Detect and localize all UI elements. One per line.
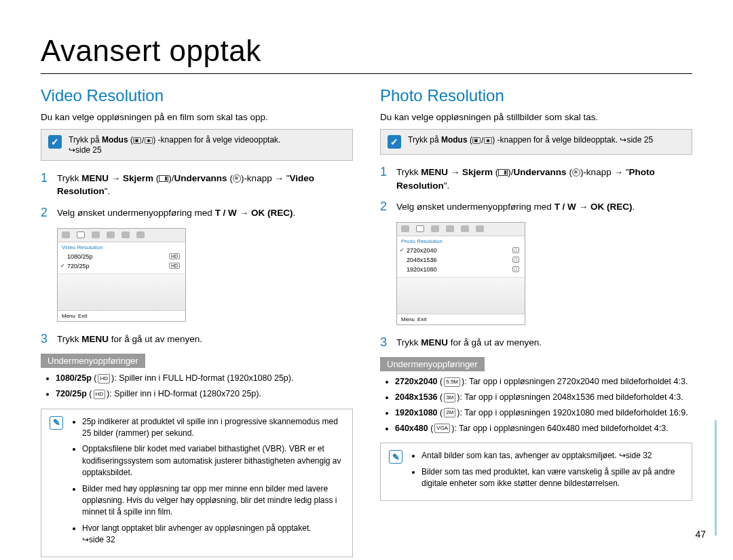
manual-page: Avansert opptak Video Resolution Du kan …	[0, 0, 733, 560]
tab-icon	[476, 225, 484, 232]
tab-icon	[461, 225, 469, 232]
video-step-2: 2 Velg ønsket undermenyoppføring med T /…	[41, 206, 353, 220]
photo-tip-box: ✓ Trykk på Modus (▣/◉) -knappen for å ve…	[380, 129, 692, 155]
photo-notes-box: ✎ Antall bilder som kan tas, avhenger av…	[380, 443, 692, 501]
tab-icon	[446, 225, 454, 232]
video-step-3: 3 Trykk MENU for å gå ut av menyen.	[41, 333, 353, 346]
step-number-2: 2	[41, 206, 50, 220]
mode-icons: ▣/◉	[472, 136, 492, 145]
list-item: 1920x1080 (2M): Tar opp i oppløsningen 1…	[395, 407, 692, 419]
video-resolution-heading: Video Resolution	[41, 86, 353, 105]
underwater-icon: ≋	[233, 174, 241, 183]
left-column: Video Resolution Du kan velge oppløsning…	[41, 86, 353, 557]
video-tip-box: ✓ Trykk på Modus (▣/◉) -knappen for å ve…	[41, 129, 353, 161]
step-number-3: 3	[41, 333, 50, 346]
list-item: 2720x2040□	[397, 246, 525, 255]
list-item: 1080/25pHD	[58, 252, 185, 261]
photo-submenu-list: 2720x2040 (5.5M): Tar opp i oppløsningen…	[380, 375, 692, 434]
two-column-layout: Video Resolution Du kan velge oppløsning…	[41, 86, 692, 557]
step-number-2: 2	[380, 200, 390, 214]
screenshot-title: Video Resolution	[58, 242, 185, 252]
photo-step-1: 1 Trykk MENU → Skjerm ()/Undervanns (≋)-…	[380, 166, 692, 192]
step-number-1: 1	[380, 166, 390, 192]
tab-icon	[121, 231, 130, 238]
video-submenu-list: 1080/25p (HD): Spiller inn i FULL HD-for…	[41, 372, 353, 400]
video-notes-list: 25p indikerer at produktet vil spille in…	[70, 416, 344, 550]
list-item: Hvor langt opptaket blir avhenger av opp…	[82, 523, 344, 546]
tab-icon	[431, 225, 439, 232]
hd-badge-icon: HD	[169, 253, 180, 259]
page-number: 47	[695, 529, 706, 540]
photo-step-3: 3 Trykk MENU for å gå ut av menyen.	[380, 336, 692, 350]
video-mode-icon: ▣	[472, 137, 481, 144]
resolution-icon: 2M	[444, 408, 455, 417]
menu-badge-icon: Menu	[401, 316, 415, 322]
check-icon: ✓	[48, 135, 62, 149]
title-rule	[41, 73, 692, 74]
submenu-heading: Undermenyoppføringer	[380, 357, 485, 371]
list-item: 640x480 (VGA): Tar opp i oppløsningen 64…	[395, 422, 692, 435]
list-item: 1920x1080□	[397, 265, 525, 274]
menu-badge-icon: Menu	[62, 313, 75, 319]
tab-icon	[107, 231, 115, 238]
video-step-1: 1 Trykk MENU → Skjerm ()/Undervanns (≋)-…	[41, 172, 353, 198]
display-icon	[159, 175, 168, 182]
screenshot-preview	[397, 277, 525, 314]
step-number-1: 1	[41, 172, 50, 198]
step-number-3: 3	[380, 336, 390, 350]
photo-mode-icon: ◉	[145, 137, 153, 144]
list-item: 720/25p (HD): Spiller inn i HD-format (1…	[56, 388, 353, 400]
resolution-icon: HD	[98, 374, 110, 384]
screenshot-footer: MenuExit	[58, 310, 185, 321]
tab-icon	[136, 231, 145, 238]
list-item: Bilder med høy oppløsning tar opp mer mi…	[82, 483, 344, 519]
tab-icon	[62, 231, 70, 238]
resolution-icon: VGA	[434, 424, 450, 433]
photo-notes-list: Antall bilder som kan tas, avhenger av o…	[409, 450, 683, 493]
photo-lead: Du kan velge oppløsningen på stillbilder…	[380, 112, 692, 122]
hd-badge-icon: HD	[169, 263, 180, 269]
page-title: Avansert opptak	[41, 34, 692, 68]
video-menu-screenshot: Video Resolution 1080/25pHD 720/25pHD Me…	[57, 228, 186, 322]
list-item: 2720x2040 (5.5M): Tar opp i oppløsningen…	[395, 375, 692, 388]
res-badge-icon: □	[512, 257, 519, 263]
screenshot-topbar	[397, 223, 525, 236]
tab-icon-active	[77, 231, 85, 238]
tab-icon	[92, 231, 100, 238]
resolution-icon: 3M	[444, 393, 455, 403]
list-item: 720/25pHD	[58, 261, 185, 271]
tab-icon-active	[416, 225, 424, 232]
list-item: 2048x1536□	[397, 255, 525, 265]
right-column: Photo Resolution Du kan velge oppløsning…	[380, 86, 692, 557]
photo-step-2: 2 Velg ønsket undermenyoppføring med T /…	[380, 200, 692, 214]
video-notes-box: ✎ 25p indikerer at produktet vil spille …	[41, 409, 353, 558]
submenu-heading: Undermenyoppføringer	[41, 354, 145, 368]
res-badge-icon: □	[512, 266, 519, 272]
mode-icons: ▣/◉	[133, 136, 153, 145]
photo-menu-screenshot: Photo Resolution 2720x2040□ 2048x1536□ 1…	[396, 222, 525, 325]
pencil-icon: ✎	[50, 416, 63, 430]
video-mode-icon: ▣	[133, 137, 141, 144]
screenshot-preview	[58, 274, 185, 310]
display-icon	[498, 169, 508, 176]
check-icon: ✓	[388, 135, 401, 149]
list-item: 25p indikerer at produktet vil spille in…	[82, 416, 344, 440]
video-lead: Du kan velge oppløsningen på en film som…	[41, 112, 353, 122]
screenshot-topbar	[58, 229, 185, 242]
res-badge-icon: □	[512, 247, 519, 253]
underwater-icon: ≋	[572, 168, 580, 176]
screenshot-footer: MenuExit	[397, 314, 525, 324]
pencil-icon: ✎	[389, 450, 402, 464]
video-tip-text: Trykk på Modus (▣/◉) -knappen for å velg…	[69, 135, 280, 155]
list-item: 2048x1536 (3M): Tar opp i oppløsningen 2…	[395, 391, 692, 404]
list-item: Opptaksfilene blir kodet med variabel bi…	[82, 443, 344, 479]
resolution-icon: HD	[94, 390, 106, 399]
tab-icon	[401, 225, 409, 232]
list-item: Bilder som tas med produktet, kan være v…	[421, 466, 683, 490]
list-item: Antall bilder som kan tas, avhenger av o…	[421, 450, 683, 462]
list-item: 1080/25p (HD): Spiller inn i FULL HD-for…	[56, 372, 353, 385]
photo-tip-text: Trykk på Modus (▣/◉) -knappen for å velg…	[408, 135, 653, 145]
photo-mode-icon: ◉	[484, 137, 492, 144]
screenshot-title: Photo Resolution	[397, 236, 525, 246]
resolution-icon: 5.5M	[444, 377, 460, 387]
